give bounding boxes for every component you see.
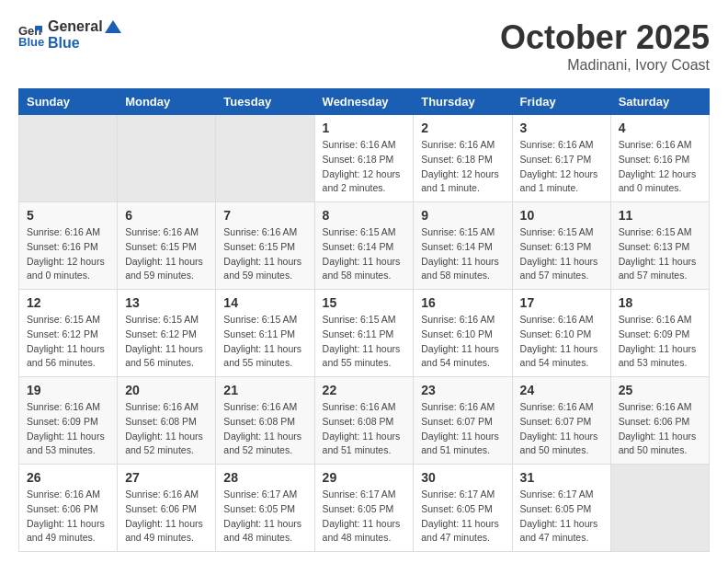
day-number: 23 [421,383,504,397]
calendar-cell: 28Sunrise: 6:17 AMSunset: 6:05 PMDayligh… [216,465,314,552]
day-info: Sunrise: 6:15 AMSunset: 6:14 PMDaylight:… [421,225,504,283]
day-info: Sunrise: 6:17 AMSunset: 6:05 PMDaylight:… [323,488,406,546]
day-info: Sunrise: 6:15 AMSunset: 6:12 PMDaylight:… [125,313,208,371]
calendar-cell: 18Sunrise: 6:16 AMSunset: 6:09 PMDayligh… [610,290,709,377]
day-number: 14 [223,295,306,310]
day-number: 2 [421,121,504,135]
calendar-week-row: 12Sunrise: 6:15 AMSunset: 6:12 PMDayligh… [19,290,710,377]
day-number: 31 [520,470,603,485]
day-info: Sunrise: 6:16 AMSunset: 6:07 PMDaylight:… [421,400,504,458]
day-number: 18 [619,295,701,310]
calendar-table: SundayMondayTuesdayWednesdayThursdayFrid… [18,88,710,552]
day-info: Sunrise: 6:16 AMSunset: 6:17 PMDaylight:… [520,138,603,196]
day-number: 5 [27,208,109,223]
day-number: 6 [125,208,208,223]
calendar-cell: 13Sunrise: 6:15 AMSunset: 6:12 PMDayligh… [118,290,216,377]
day-info: Sunrise: 6:16 AMSunset: 6:18 PMDaylight:… [323,138,406,196]
calendar-cell: 19Sunrise: 6:16 AMSunset: 6:09 PMDayligh… [19,377,118,465]
day-info: Sunrise: 6:17 AMSunset: 6:05 PMDaylight:… [223,488,306,546]
calendar-cell [610,465,709,552]
day-of-week-header: Tuesday [216,89,314,115]
day-info: Sunrise: 6:16 AMSunset: 6:08 PMDaylight:… [125,400,208,458]
calendar-cell: 6Sunrise: 6:16 AMSunset: 6:15 PMDaylight… [118,202,216,290]
day-number: 16 [421,295,504,310]
day-number: 25 [619,383,701,397]
logo-arrow-icon [105,20,121,33]
calendar-week-row: 19Sunrise: 6:16 AMSunset: 6:09 PMDayligh… [19,377,710,465]
calendar-week-row: 26Sunrise: 6:16 AMSunset: 6:06 PMDayligh… [19,465,710,552]
day-info: Sunrise: 6:16 AMSunset: 6:10 PMDaylight:… [421,313,504,371]
title-area: October 2025 Madinani, Ivory Coast [500,18,710,74]
calendar-cell: 26Sunrise: 6:16 AMSunset: 6:06 PMDayligh… [19,465,118,552]
calendar-cell [19,115,118,202]
calendar-week-row: 1Sunrise: 6:16 AMSunset: 6:18 PMDaylight… [19,115,710,202]
day-info: Sunrise: 6:15 AMSunset: 6:13 PMDaylight:… [619,225,701,283]
calendar-cell: 12Sunrise: 6:15 AMSunset: 6:12 PMDayligh… [19,290,118,377]
calendar-cell: 11Sunrise: 6:15 AMSunset: 6:13 PMDayligh… [610,202,709,290]
calendar-cell: 1Sunrise: 6:16 AMSunset: 6:18 PMDaylight… [314,115,414,202]
calendar-cell [216,115,314,202]
calendar-cell: 3Sunrise: 6:16 AMSunset: 6:17 PMDaylight… [512,115,610,202]
day-info: Sunrise: 6:16 AMSunset: 6:16 PMDaylight:… [619,138,701,196]
calendar-cell: 24Sunrise: 6:16 AMSunset: 6:07 PMDayligh… [512,377,610,465]
calendar-cell: 9Sunrise: 6:15 AMSunset: 6:14 PMDaylight… [414,202,512,290]
day-number: 26 [27,470,109,485]
calendar-cell: 30Sunrise: 6:17 AMSunset: 6:05 PMDayligh… [414,465,512,552]
day-info: Sunrise: 6:16 AMSunset: 6:10 PMDaylight:… [520,313,603,371]
calendar-cell: 2Sunrise: 6:16 AMSunset: 6:18 PMDaylight… [414,115,512,202]
day-info: Sunrise: 6:16 AMSunset: 6:09 PMDaylight:… [619,313,701,371]
day-info: Sunrise: 6:16 AMSunset: 6:09 PMDaylight:… [27,400,109,458]
svg-marker-2 [105,20,121,33]
day-info: Sunrise: 6:16 AMSunset: 6:06 PMDaylight:… [27,488,109,546]
calendar-cell: 5Sunrise: 6:16 AMSunset: 6:16 PMDaylight… [19,202,118,290]
calendar-cell: 27Sunrise: 6:16 AMSunset: 6:06 PMDayligh… [118,465,216,552]
day-info: Sunrise: 6:16 AMSunset: 6:15 PMDaylight:… [223,225,306,283]
logo-blue-text: Blue [48,35,80,51]
calendar-cell [118,115,216,202]
day-info: Sunrise: 6:15 AMSunset: 6:14 PMDaylight:… [323,225,406,283]
page-header: Gen Blue General Blue October 2025 Madin… [18,18,710,74]
svg-text:Blue: Blue [18,35,44,48]
calendar-cell: 22Sunrise: 6:16 AMSunset: 6:08 PMDayligh… [314,377,414,465]
calendar-cell: 23Sunrise: 6:16 AMSunset: 6:07 PMDayligh… [414,377,512,465]
day-info: Sunrise: 6:17 AMSunset: 6:05 PMDaylight:… [421,488,504,546]
day-info: Sunrise: 6:16 AMSunset: 6:06 PMDaylight:… [619,400,701,458]
day-number: 28 [223,470,306,485]
day-info: Sunrise: 6:17 AMSunset: 6:05 PMDaylight:… [520,488,603,546]
day-number: 27 [125,470,208,485]
day-number: 4 [619,121,701,135]
location-title: Madinani, Ivory Coast [500,57,710,74]
calendar-header-row: SundayMondayTuesdayWednesdayThursdayFrid… [19,89,710,115]
day-number: 15 [323,295,406,310]
calendar-cell: 20Sunrise: 6:16 AMSunset: 6:08 PMDayligh… [118,377,216,465]
calendar-cell: 4Sunrise: 6:16 AMSunset: 6:16 PMDaylight… [610,115,709,202]
day-info: Sunrise: 6:15 AMSunset: 6:12 PMDaylight:… [27,313,109,371]
day-number: 30 [421,470,504,485]
day-number: 10 [520,208,603,223]
calendar-cell: 8Sunrise: 6:15 AMSunset: 6:14 PMDaylight… [314,202,414,290]
calendar-cell: 25Sunrise: 6:16 AMSunset: 6:06 PMDayligh… [610,377,709,465]
day-number: 8 [323,208,406,223]
day-info: Sunrise: 6:16 AMSunset: 6:18 PMDaylight:… [421,138,504,196]
day-number: 7 [223,208,306,223]
day-info: Sunrise: 6:15 AMSunset: 6:13 PMDaylight:… [520,225,603,283]
calendar-cell: 15Sunrise: 6:15 AMSunset: 6:11 PMDayligh… [314,290,414,377]
calendar-cell: 21Sunrise: 6:16 AMSunset: 6:08 PMDayligh… [216,377,314,465]
day-number: 24 [520,383,603,397]
day-info: Sunrise: 6:16 AMSunset: 6:08 PMDaylight:… [323,400,406,458]
calendar-cell: 29Sunrise: 6:17 AMSunset: 6:05 PMDayligh… [314,465,414,552]
day-info: Sunrise: 6:15 AMSunset: 6:11 PMDaylight:… [223,313,306,371]
day-number: 19 [27,383,109,397]
day-info: Sunrise: 6:16 AMSunset: 6:15 PMDaylight:… [125,225,208,283]
logo: Gen Blue General Blue [18,18,121,52]
day-number: 29 [323,470,406,485]
day-of-week-header: Saturday [610,89,709,115]
day-of-week-header: Friday [512,89,610,115]
calendar-cell: 7Sunrise: 6:16 AMSunset: 6:15 PMDaylight… [216,202,314,290]
day-of-week-header: Thursday [414,89,512,115]
day-of-week-header: Sunday [19,89,118,115]
day-number: 12 [27,295,109,310]
day-number: 21 [223,383,306,397]
day-number: 1 [323,121,406,135]
calendar-cell: 16Sunrise: 6:16 AMSunset: 6:10 PMDayligh… [414,290,512,377]
